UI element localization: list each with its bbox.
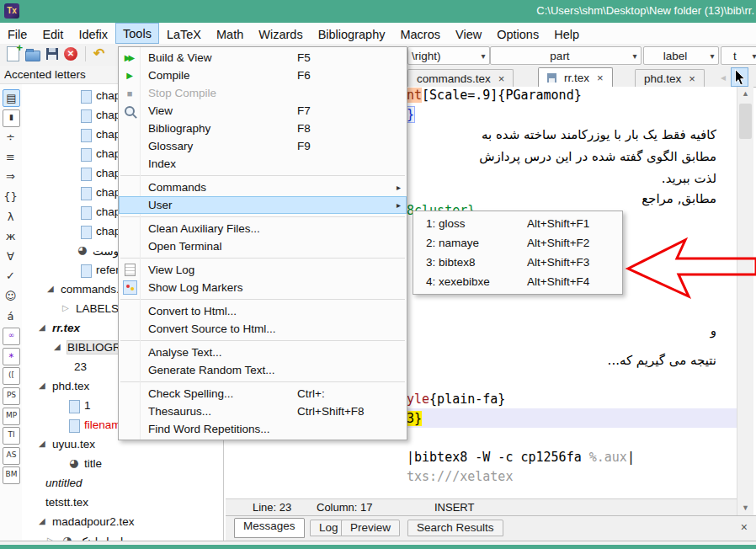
tab-scroll-left-button[interactable]: ◂ bbox=[721, 72, 726, 83]
tools-menu-item-clean-auxiliary-files[interactable]: Clean Auxiliary Files... bbox=[119, 220, 407, 237]
accented-letters-icon[interactable]: á bbox=[3, 308, 19, 324]
tools-menu-item-compile[interactable]: ▶CompileF6 bbox=[119, 67, 407, 84]
tools-menu-item-generate-random-text[interactable]: Generate Random Text... bbox=[119, 361, 407, 379]
tools-menu-item-index[interactable]: Index bbox=[119, 155, 407, 173]
window-title: C:\Users\shm\Desktop\New folder (13)\bib… bbox=[536, 4, 754, 17]
expanded-icon[interactable]: ◢ bbox=[39, 322, 45, 332]
cyrillic-icon[interactable]: ж bbox=[3, 228, 19, 244]
relations-icon[interactable]: ≡ bbox=[3, 149, 19, 165]
menu-latex[interactable]: LaTeX bbox=[159, 23, 209, 44]
close-icon[interactable]: × bbox=[498, 72, 505, 85]
structure-icon[interactable]: ▤ bbox=[3, 89, 20, 107]
menu-item-shortcut: F8 bbox=[297, 122, 311, 135]
close-document-button[interactable]: ✕ bbox=[64, 47, 77, 61]
tools-menu-item-thesaurus[interactable]: Thesaurus...Ctrl+Shift+F8 bbox=[119, 402, 407, 420]
menu-item-label: Open Terminal bbox=[148, 240, 222, 253]
tab-rr-tex[interactable]: rr.tex× bbox=[538, 67, 613, 88]
scroll-up-icon[interactable]: ▲ bbox=[737, 87, 753, 101]
code-line: كافيه فقط يک بار با يوزركامند ساخته شده … bbox=[482, 126, 716, 144]
toolbar-combo-t[interactable]: t▾ bbox=[721, 46, 756, 65]
infinity-icon[interactable]: ∞ bbox=[3, 328, 20, 345]
tools-menu-item-convert-to-html[interactable]: Convert to Html... bbox=[119, 302, 407, 320]
file-icon bbox=[69, 419, 80, 433]
tools-menu-item-user[interactable]: User▸ bbox=[119, 196, 407, 214]
panel-close-icon[interactable]: × bbox=[741, 520, 748, 534]
tools-menu-item-find-word-repetitions[interactable]: Find Word Repetitions... bbox=[119, 420, 407, 438]
panel-tab-messages[interactable]: Messages bbox=[234, 518, 305, 538]
scroll-down-icon[interactable]: ▼ bbox=[737, 501, 753, 515]
expanded-icon[interactable]: ◢ bbox=[47, 284, 54, 293]
expanded-icon[interactable]: ◢ bbox=[39, 439, 45, 448]
save-file-button[interactable] bbox=[46, 48, 58, 60]
greek-letters-icon[interactable]: λ bbox=[3, 209, 19, 225]
toolbar-combo-label[interactable]: label▾ bbox=[643, 46, 719, 65]
brackets-icon[interactable]: ([ bbox=[3, 367, 20, 385]
asterisk-icon[interactable]: ∗ bbox=[3, 348, 20, 365]
expanded-icon[interactable]: ◢ bbox=[54, 342, 61, 351]
menu-view[interactable]: View bbox=[448, 23, 489, 44]
tab-commands-tex[interactable]: commands.tex× bbox=[407, 69, 514, 87]
tools-menu-item-bibliography[interactable]: BibliographyF8 bbox=[119, 120, 407, 137]
close-icon[interactable]: × bbox=[689, 72, 695, 85]
toolbar-combo-right[interactable]: \right)▾ bbox=[407, 46, 490, 65]
code-line: لذت ببريد. bbox=[662, 170, 716, 188]
arrows-icon[interactable]: ⇒ bbox=[3, 168, 19, 184]
menu-math[interactable]: Math bbox=[209, 23, 251, 44]
tree-item-tetstt-tex[interactable]: tetstt.tex bbox=[22, 494, 223, 512]
new-document-button[interactable] bbox=[7, 46, 19, 61]
tab-phd-tex[interactable]: phd.tex× bbox=[635, 69, 705, 87]
mouse-cursor bbox=[734, 69, 747, 87]
tools-menu-item-check-spelling[interactable]: Check Spelling...Ctrl+: bbox=[119, 385, 407, 402]
tools-menu-item-commands[interactable]: Commands▸ bbox=[119, 179, 407, 196]
tools-menu-item-analyse-text[interactable]: Analyse Text... bbox=[119, 344, 407, 361]
ti-icon[interactable]: TI bbox=[3, 427, 20, 445]
ps-icon[interactable]: PS bbox=[3, 387, 20, 405]
undo-button[interactable]: ↶ bbox=[93, 47, 104, 61]
delimiters-icon[interactable]: {} bbox=[3, 189, 19, 205]
menu-item-label: Stop Compile bbox=[148, 87, 216, 99]
logic-symbols-icon[interactable]: ∀ bbox=[3, 248, 19, 264]
as-icon[interactable]: AS bbox=[3, 447, 20, 465]
math-operators-icon[interactable]: ÷ bbox=[3, 129, 19, 145]
section-icon: ◕ bbox=[77, 243, 87, 256]
tools-menu-item-build-view[interactable]: ▶▶Build & ViewF5 bbox=[119, 49, 407, 67]
app-icon[interactable]: Tx bbox=[4, 3, 19, 19]
tools-menu-item-view[interactable]: ViewF7 bbox=[119, 102, 407, 120]
panel-tab-search-results[interactable]: Search Results bbox=[407, 520, 503, 536]
view-pdf-icon bbox=[119, 106, 141, 116]
tools-menu-item-open-terminal[interactable]: Open Terminal bbox=[119, 237, 407, 255]
tools-menu-item-convert-source-to-html[interactable]: Convert Source to Html... bbox=[119, 320, 407, 338]
tools-menu-item-show-log-markers[interactable]: Show Log Markers bbox=[119, 279, 407, 296]
misc-symbols-icon[interactable]: ☺ bbox=[3, 288, 19, 304]
menu-help[interactable]: Help bbox=[546, 23, 587, 44]
menu-edit[interactable]: Edit bbox=[35, 23, 71, 44]
mp-icon[interactable]: MP bbox=[3, 408, 20, 425]
bm-icon[interactable]: BM bbox=[3, 466, 20, 484]
tree-item-untitled[interactable]: untitled bbox=[22, 475, 223, 493]
expanded-icon[interactable]: ◢ bbox=[39, 516, 45, 525]
tree-item-madadpour2-tex[interactable]: ◢madadpour2.tex bbox=[22, 514, 223, 531]
file-icon bbox=[81, 264, 92, 278]
menu-wizards[interactable]: Wizards bbox=[251, 23, 310, 44]
menu-macros[interactable]: Macros bbox=[392, 23, 448, 44]
menu-options[interactable]: Options bbox=[489, 23, 546, 44]
menu-separator bbox=[120, 258, 405, 259]
collapsed-icon[interactable]: ▷ bbox=[62, 303, 69, 312]
panel-tab-preview[interactable]: Preview bbox=[341, 520, 400, 536]
close-icon[interactable]: × bbox=[597, 72, 604, 84]
menu-separator bbox=[120, 216, 405, 217]
menu-tools[interactable]: Tools bbox=[115, 23, 159, 44]
combo-value: part bbox=[491, 50, 629, 62]
checkmark-icon[interactable]: ✓ bbox=[3, 268, 19, 284]
menu-bibliography[interactable]: Bibliography bbox=[311, 23, 393, 44]
scrollbar-thumb[interactable] bbox=[739, 104, 752, 139]
open-file-button[interactable] bbox=[25, 51, 40, 61]
toolbar-combo-part[interactable]: part▾ bbox=[490, 46, 642, 65]
bookmarks-icon[interactable]: ▮ bbox=[3, 109, 20, 127]
tools-menu-item-glossary[interactable]: GlossaryF9 bbox=[119, 137, 407, 155]
submenu-item-shortcut: Alt+Shift+F2 bbox=[527, 237, 589, 249]
tree-item-title[interactable]: ◕title bbox=[22, 456, 223, 473]
tools-menu-item-view-log[interactable]: View Log bbox=[119, 261, 407, 279]
menu-idefix[interactable]: Idefix bbox=[71, 23, 115, 44]
expanded-icon[interactable]: ◢ bbox=[39, 381, 45, 390]
